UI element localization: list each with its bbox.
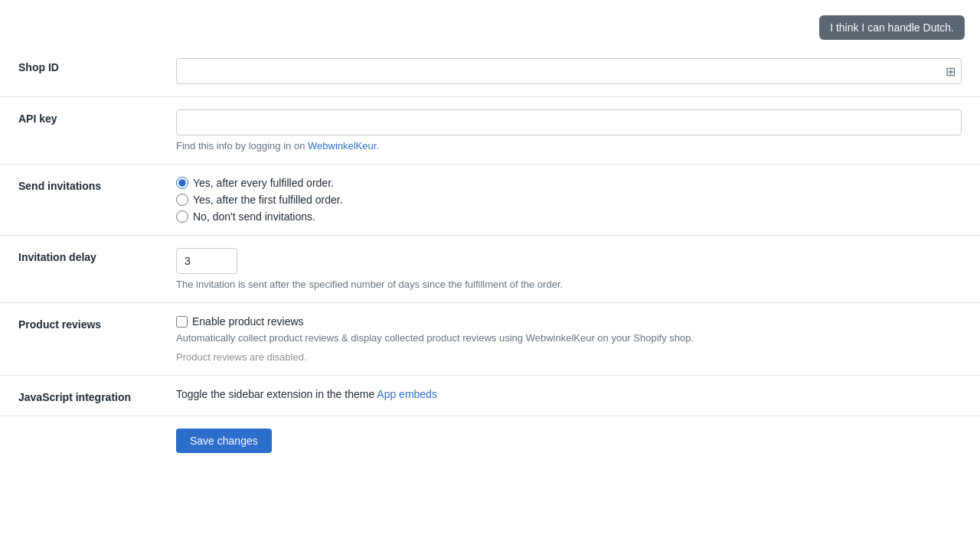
tooltip-text: I think I can handle Dutch.: [830, 21, 954, 34]
invitation-radio-no[interactable]: [176, 210, 188, 223]
invitation-delay-input[interactable]: [176, 248, 237, 274]
enable-reviews-checkbox-label[interactable]: Enable product reviews: [176, 315, 962, 328]
invitation-option-first-label: Yes, after the first fulfilled order.: [193, 194, 343, 206]
invitation-option-every-label: Yes, after every fulfilled order.: [193, 177, 334, 189]
shop-id-input[interactable]: [176, 58, 962, 84]
api-key-content: Find this info by logging in on Webwinke…: [176, 109, 980, 152]
product-reviews-content: Enable product reviews Automatically col…: [176, 315, 980, 363]
invitation-option-no-label: No, don't send invitations.: [193, 210, 315, 223]
save-button-row: Save changes: [0, 416, 980, 465]
invitation-option-every[interactable]: Yes, after every fulfilled order.: [176, 177, 962, 189]
shop-id-input-wrapper: ⊞: [176, 58, 962, 84]
invitation-delay-content: The invitation is sent after the specifi…: [176, 248, 980, 290]
shop-id-content: ⊞: [176, 58, 980, 84]
invitation-option-first[interactable]: Yes, after the first fulfilled order.: [176, 194, 962, 206]
js-integration-before-text: Toggle the sidebar extension in the them…: [176, 388, 377, 400]
js-integration-text: Toggle the sidebar extension in the them…: [176, 388, 962, 400]
save-changes-button[interactable]: Save changes: [176, 429, 272, 453]
app-embeds-link[interactable]: App embeds: [377, 388, 437, 400]
send-invitations-label: Send invitations: [0, 177, 176, 192]
js-integration-row: JavaScript integration Toggle the sideba…: [0, 376, 980, 416]
auto-collect-text: Automatically collect product reviews & …: [176, 332, 962, 344]
shop-id-label: Shop ID: [0, 58, 176, 73]
api-key-row: API key Find this info by logging in on …: [0, 97, 980, 165]
tooltip-badge: I think I can handle Dutch.: [819, 15, 965, 40]
api-key-label: API key: [0, 109, 176, 125]
api-key-helper: Find this info by logging in on Webwinke…: [176, 140, 962, 152]
js-integration-content: Toggle the sidebar extension in the them…: [176, 388, 980, 400]
enable-reviews-checkbox-text: Enable product reviews: [192, 315, 304, 328]
delay-helper-text: The invitation is sent after the specifi…: [176, 279, 962, 290]
js-integration-label: JavaScript integration: [0, 388, 176, 403]
send-invitations-content: Yes, after every fulfilled order. Yes, a…: [176, 177, 980, 223]
invitation-radio-first[interactable]: [176, 194, 188, 206]
invitation-delay-row: Invitation delay The invitation is sent …: [0, 236, 980, 303]
invitation-radio-every[interactable]: [176, 177, 188, 189]
invitation-option-no[interactable]: No, don't send invitations.: [176, 210, 962, 223]
send-invitations-row: Send invitations Yes, after every fulfil…: [0, 165, 980, 236]
invitation-delay-label: Invitation delay: [0, 248, 176, 263]
api-key-helper-text: Find this info by logging in on: [176, 140, 308, 152]
enable-reviews-checkbox[interactable]: [176, 316, 188, 328]
api-key-input[interactable]: [176, 109, 962, 135]
product-reviews-row: Product reviews Enable product reviews A…: [0, 303, 980, 376]
shop-id-row: Shop ID ⊞: [0, 46, 980, 97]
webwinkelkeur-link[interactable]: WebwinkelKeur: [308, 140, 376, 152]
settings-form: Shop ID ⊞ API key Find this info by logg…: [0, 0, 980, 465]
invitations-radio-group: Yes, after every fulfilled order. Yes, a…: [176, 177, 962, 223]
api-key-helper-suffix: .: [376, 140, 379, 152]
reviews-disabled-text: Product reviews are disabled.: [176, 351, 962, 363]
product-reviews-label: Product reviews: [0, 315, 176, 331]
